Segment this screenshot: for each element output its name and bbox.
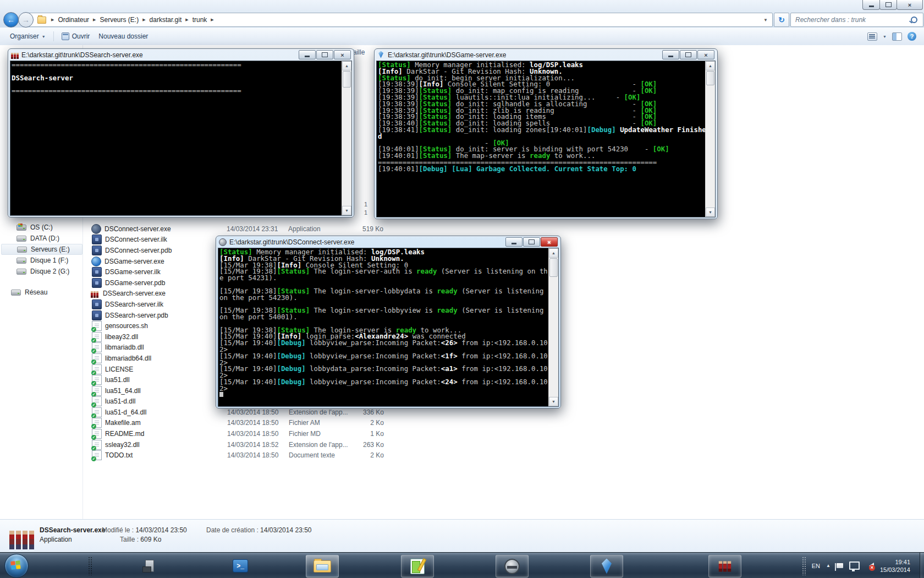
address-dropdown-icon[interactable]: ▼	[759, 18, 772, 23]
drive-icon	[16, 258, 26, 264]
maximize-button[interactable]	[879, 0, 897, 10]
file-row-readme-md[interactable]: README.md14/03/2014 18:50Fichier MD1 Ko	[84, 428, 469, 439]
sidebar-item-disque-1-f-[interactable]: Disque 1 (F:)	[1, 255, 81, 266]
scrollbar-thumb[interactable]	[706, 71, 714, 85]
preview-pane-icon[interactable]	[892, 32, 902, 41]
sidebar-item-reseau[interactable]: Réseau	[1, 287, 81, 298]
minimize-button[interactable]	[299, 50, 316, 59]
file-row-makefile-am[interactable]: Makefile.am14/03/2014 18:50Fichier AM2 K…	[84, 418, 469, 429]
start-button[interactable]	[4, 554, 29, 578]
chevron-right-icon[interactable]: ▶	[91, 18, 97, 22]
scrollbar-thumb[interactable]	[549, 258, 558, 277]
selected-file-icon	[9, 524, 34, 549]
application-icon	[62, 32, 69, 40]
chevron-right-icon[interactable]: ▶	[141, 18, 147, 22]
hidden-icons-arrow[interactable]: ▲	[826, 563, 831, 568]
console-title: E:\darkstar.git\trunk\DSSearch-server.ex…	[21, 51, 143, 59]
toolbar-grip[interactable]	[88, 557, 92, 575]
ouvrir-label: Ouvrir	[72, 32, 90, 40]
breadcrumb-item[interactable]: darkstar.git	[147, 16, 184, 24]
console-titlebar[interactable]: E:\darkstar.git\trunk\DSSearch-server.ex…	[10, 49, 352, 61]
scroll-up-icon[interactable]: ▲	[342, 61, 351, 70]
action-center-flag-icon[interactable]	[837, 563, 843, 568]
sprite-file-icon	[91, 289, 100, 298]
ouvrir-button[interactable]: Ouvrir	[57, 30, 95, 42]
console-window-dsconnect: E:\darkstar.git\trunk\DSConnect-server.e…	[216, 236, 561, 408]
system-tools-pinned-icon[interactable]	[140, 557, 159, 575]
scroll-down-icon[interactable]: ▼	[342, 206, 351, 215]
scrollbar[interactable]: ▲ ▼	[548, 248, 558, 406]
refresh-button[interactable]: ↻	[774, 13, 789, 27]
show-desktop-button[interactable]	[920, 553, 924, 578]
scroll-down-icon[interactable]: ▼	[549, 397, 558, 406]
doc-file-icon	[92, 375, 102, 385]
scroll-down-icon[interactable]: ▼	[706, 208, 715, 217]
scrollbar-thumb[interactable]	[343, 71, 351, 88]
search-input[interactable]	[791, 16, 911, 24]
file-date: 14/03/2014 18:50	[227, 430, 289, 438]
breadcrumb-item[interactable]: Ordinateur	[56, 16, 91, 24]
chevron-right-icon[interactable]: ▶	[209, 18, 215, 22]
back-button[interactable]: ←	[3, 12, 19, 28]
scroll-up-icon[interactable]: ▲	[549, 248, 558, 258]
taskbar-button-dsgame[interactable]	[590, 555, 623, 577]
maximize-button[interactable]	[680, 50, 697, 59]
address-bar[interactable]: ▶ Ordinateur▶Serveurs (E:)▶darkstar.git▶…	[25, 13, 773, 27]
sidebar-item-disque-2-g-[interactable]: Disque 2 (G:)	[1, 266, 81, 277]
maximize-button[interactable]	[523, 237, 540, 247]
breadcrumb-item[interactable]: Serveurs (E:)	[97, 16, 141, 24]
views-dropdown-icon[interactable]: ▼	[883, 35, 887, 39]
command-bar: Organiser ▼ Ouvrir Nouveau dossier ▼ ?	[0, 28, 924, 46]
volume-muted-icon[interactable]	[866, 563, 874, 569]
forward-button[interactable]: →	[18, 12, 34, 28]
doc-file-icon	[92, 321, 102, 331]
scroll-up-icon[interactable]: ▲	[706, 61, 715, 70]
close-button[interactable]: ×	[697, 50, 714, 59]
views-icon[interactable]	[867, 32, 877, 41]
console-titlebar[interactable]: E:\darkstar.git\trunk\DSGame-server.exe …	[376, 49, 716, 61]
file-row-ssleay32-dll[interactable]: ssleay32.dll14/03/2014 18:52Extension de…	[84, 439, 469, 450]
minimize-button[interactable]	[662, 50, 679, 59]
maximize-icon	[685, 52, 691, 57]
powershell-pinned-icon[interactable]: >_	[231, 557, 250, 575]
breadcrumb-item[interactable]: trunk	[190, 16, 210, 24]
close-button[interactable]: ×	[334, 50, 351, 59]
minimize-button[interactable]	[862, 0, 880, 10]
scrollbar[interactable]: ▲ ▼	[342, 61, 351, 215]
file-row-dsconnect-server-exe[interactable]: DSConnect-server.exe14/03/2014 23:31Appl…	[84, 223, 469, 235]
network-tray-icon[interactable]	[849, 561, 860, 570]
minimize-button[interactable]	[505, 237, 522, 247]
file-row-lua51-d-64-dll[interactable]: lua51-d_64.dll14/03/2014 18:50Extension …	[84, 407, 469, 418]
doc-file-icon	[92, 418, 102, 428]
taskbar-button-dsconnect[interactable]	[496, 555, 529, 577]
close-button[interactable]: ×	[897, 0, 923, 10]
file-size: 336 Ko	[355, 408, 384, 416]
minimize-icon	[512, 243, 516, 244]
scrollbar[interactable]: ▲ ▼	[705, 61, 715, 217]
details-modified: Modifié le : 14/03/2014 23:50	[102, 526, 187, 534]
language-indicator[interactable]: EN	[812, 563, 820, 569]
new-folder-button[interactable]: Nouveau dossier	[94, 30, 152, 42]
console-titlebar[interactable]: E:\darkstar.git\trunk\DSConnect-server.e…	[218, 236, 559, 248]
sidebar-item-serveurs-e-[interactable]: Serveurs (E:)	[1, 244, 82, 255]
help-icon[interactable]: ?	[908, 32, 916, 41]
file-row-todo-txt[interactable]: TODO.txt14/03/2014 18:50Document texte2 …	[84, 450, 469, 461]
taskbar-button-explorer[interactable]	[306, 555, 339, 577]
explorer-window-controls: ×	[863, 0, 923, 10]
doc-file-icon	[92, 396, 102, 406]
taskbar-button-dssearch[interactable]	[708, 555, 741, 577]
tray-grip[interactable]	[802, 557, 806, 575]
sidebar-item-os-c-[interactable]: OS (C:)	[1, 222, 81, 233]
file-name: DSConnect-server.exe	[105, 225, 227, 233]
search-icon[interactable]	[911, 17, 917, 23]
console-text: ========================================…	[10, 61, 342, 215]
console-output: [Status] Memory manager initialised: log…	[376, 61, 716, 217]
clock[interactable]: 19:41 15/03/2014	[880, 558, 910, 574]
chevron-right-icon[interactable]: ▶	[184, 18, 190, 22]
organiser-button[interactable]: Organiser ▼	[6, 30, 50, 42]
maximize-button[interactable]	[316, 50, 333, 59]
taskbar-button-notepadpp[interactable]	[401, 555, 434, 577]
sidebar-item-data-d-[interactable]: DATA (D:)	[1, 233, 81, 244]
details-created: Date de création : 14/03/2014 23:50	[206, 526, 312, 534]
close-button[interactable]: ×	[541, 237, 558, 247]
